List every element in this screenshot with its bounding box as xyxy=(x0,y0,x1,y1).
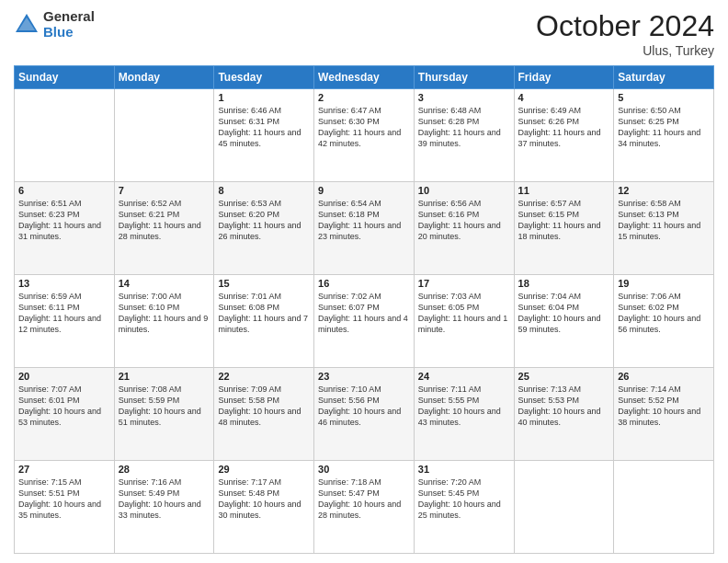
day-number: 20 xyxy=(18,371,110,382)
calendar-cell-4-5 xyxy=(514,461,614,554)
daylight-text: Daylight: 10 hours and 28 minutes. xyxy=(318,500,401,520)
daylight-text: Daylight: 10 hours and 53 minutes. xyxy=(18,407,101,427)
calendar-cell-3-2: 22 Sunrise: 7:09 AM Sunset: 5:58 PM Dayl… xyxy=(214,368,314,461)
cell-content: Sunrise: 7:04 AM Sunset: 6:04 PM Dayligh… xyxy=(518,291,610,336)
cell-content: Sunrise: 6:57 AM Sunset: 6:15 PM Dayligh… xyxy=(518,198,610,243)
sunrise-text: Sunrise: 7:09 AM xyxy=(218,385,281,394)
calendar-cell-0-1 xyxy=(114,89,214,182)
header: General Blue October 2024 Ulus, Turkey xyxy=(14,9,714,58)
day-number: 17 xyxy=(418,278,510,289)
day-number: 6 xyxy=(18,185,110,196)
cell-content: Sunrise: 7:20 AM Sunset: 5:45 PM Dayligh… xyxy=(418,477,510,522)
daylight-text: Daylight: 11 hours and 34 minutes. xyxy=(618,128,700,148)
daylight-text: Daylight: 10 hours and 40 minutes. xyxy=(518,407,601,427)
logo-general-text: General xyxy=(43,9,95,25)
sunrise-text: Sunrise: 7:06 AM xyxy=(618,292,681,301)
col-sunday: Sunday xyxy=(15,66,115,89)
calendar-cell-4-1: 28 Sunrise: 7:16 AM Sunset: 5:49 PM Dayl… xyxy=(114,461,214,554)
col-friday: Friday xyxy=(514,66,614,89)
sunset-text: Sunset: 6:30 PM xyxy=(318,117,380,126)
calendar-cell-2-5: 18 Sunrise: 7:04 AM Sunset: 6:04 PM Dayl… xyxy=(514,275,614,368)
calendar-cell-4-4: 31 Sunrise: 7:20 AM Sunset: 5:45 PM Dayl… xyxy=(414,461,514,554)
cell-content: Sunrise: 7:15 AM Sunset: 5:51 PM Dayligh… xyxy=(18,477,110,522)
day-number: 19 xyxy=(618,278,710,289)
sunrise-text: Sunrise: 7:01 AM xyxy=(218,292,281,301)
calendar-cell-4-3: 30 Sunrise: 7:18 AM Sunset: 5:47 PM Dayl… xyxy=(314,461,415,554)
day-number: 16 xyxy=(318,278,410,289)
calendar-cell-0-0 xyxy=(15,89,115,182)
daylight-text: Daylight: 11 hours and 37 minutes. xyxy=(518,128,601,148)
cell-content: Sunrise: 6:48 AM Sunset: 6:28 PM Dayligh… xyxy=(418,105,510,150)
logo: General Blue xyxy=(14,9,95,40)
sunrise-text: Sunrise: 7:13 AM xyxy=(518,385,582,394)
sunset-text: Sunset: 6:08 PM xyxy=(218,303,279,312)
day-number: 13 xyxy=(18,278,110,289)
sunset-text: Sunset: 5:49 PM xyxy=(119,488,180,498)
sunrise-text: Sunrise: 6:48 AM xyxy=(418,106,482,115)
sunset-text: Sunset: 5:55 PM xyxy=(418,396,480,405)
logo-icon xyxy=(14,12,40,38)
calendar-cell-4-0: 27 Sunrise: 7:15 AM Sunset: 5:51 PM Dayl… xyxy=(15,461,115,554)
daylight-text: Daylight: 10 hours and 35 minutes. xyxy=(18,500,101,520)
sunrise-text: Sunrise: 7:10 AM xyxy=(318,385,381,394)
calendar-cell-3-3: 23 Sunrise: 7:10 AM Sunset: 5:56 PM Dayl… xyxy=(314,368,415,461)
day-number: 18 xyxy=(518,278,610,289)
calendar-cell-1-5: 11 Sunrise: 6:57 AM Sunset: 6:15 PM Dayl… xyxy=(514,182,614,275)
calendar-cell-1-0: 6 Sunrise: 6:51 AM Sunset: 6:23 PM Dayli… xyxy=(15,182,115,275)
sunrise-text: Sunrise: 7:14 AM xyxy=(618,385,681,394)
cell-content: Sunrise: 6:54 AM Sunset: 6:18 PM Dayligh… xyxy=(318,198,410,243)
daylight-text: Daylight: 10 hours and 25 minutes. xyxy=(418,500,501,520)
sunrise-text: Sunrise: 6:51 AM xyxy=(18,199,82,208)
calendar-cell-3-4: 24 Sunrise: 7:11 AM Sunset: 5:55 PM Dayl… xyxy=(414,368,514,461)
sunrise-text: Sunrise: 7:11 AM xyxy=(418,385,482,394)
daylight-text: Daylight: 10 hours and 51 minutes. xyxy=(119,407,201,427)
daylight-text: Daylight: 11 hours and 20 minutes. xyxy=(418,221,501,241)
sunrise-text: Sunrise: 6:53 AM xyxy=(218,199,281,208)
calendar-header-row: Sunday Monday Tuesday Wednesday Thursday… xyxy=(15,66,714,89)
day-number: 25 xyxy=(518,371,610,382)
month-title: October 2024 xyxy=(536,9,714,43)
sunset-text: Sunset: 6:20 PM xyxy=(218,210,279,219)
sunrise-text: Sunrise: 7:00 AM xyxy=(119,292,182,301)
calendar-cell-0-6: 5 Sunrise: 6:50 AM Sunset: 6:25 PM Dayli… xyxy=(614,89,714,182)
calendar-cell-1-3: 9 Sunrise: 6:54 AM Sunset: 6:18 PM Dayli… xyxy=(314,182,415,275)
calendar-cell-2-4: 17 Sunrise: 7:03 AM Sunset: 6:05 PM Dayl… xyxy=(414,275,514,368)
daylight-text: Daylight: 11 hours and 7 minutes. xyxy=(218,314,308,334)
cell-content: Sunrise: 7:18 AM Sunset: 5:47 PM Dayligh… xyxy=(318,477,410,522)
title-block: October 2024 Ulus, Turkey xyxy=(536,9,714,58)
day-number: 9 xyxy=(318,185,410,196)
day-number: 12 xyxy=(618,185,710,196)
calendar-cell-4-2: 29 Sunrise: 7:17 AM Sunset: 5:48 PM Dayl… xyxy=(214,461,314,554)
sunset-text: Sunset: 5:48 PM xyxy=(218,488,279,498)
sunset-text: Sunset: 5:45 PM xyxy=(418,488,480,498)
day-number: 29 xyxy=(218,464,310,475)
cell-content: Sunrise: 6:49 AM Sunset: 6:26 PM Dayligh… xyxy=(518,105,610,150)
cell-content: Sunrise: 7:10 AM Sunset: 5:56 PM Dayligh… xyxy=(318,384,410,429)
calendar-cell-0-3: 2 Sunrise: 6:47 AM Sunset: 6:30 PM Dayli… xyxy=(314,89,415,182)
sunrise-text: Sunrise: 6:54 AM xyxy=(318,199,381,208)
sunset-text: Sunset: 6:15 PM xyxy=(518,210,580,219)
sunset-text: Sunset: 6:10 PM xyxy=(119,303,180,312)
sunrise-text: Sunrise: 7:03 AM xyxy=(418,292,482,301)
cell-content: Sunrise: 7:16 AM Sunset: 5:49 PM Dayligh… xyxy=(119,477,210,522)
day-number: 30 xyxy=(318,464,410,475)
cell-content: Sunrise: 6:56 AM Sunset: 6:16 PM Dayligh… xyxy=(418,198,510,243)
calendar-cell-1-4: 10 Sunrise: 6:56 AM Sunset: 6:16 PM Dayl… xyxy=(414,182,514,275)
sunrise-text: Sunrise: 7:15 AM xyxy=(18,477,82,487)
daylight-text: Daylight: 10 hours and 46 minutes. xyxy=(318,407,401,427)
calendar-cell-3-5: 25 Sunrise: 7:13 AM Sunset: 5:53 PM Dayl… xyxy=(514,368,614,461)
sunrise-text: Sunrise: 7:07 AM xyxy=(18,385,82,394)
cell-content: Sunrise: 6:46 AM Sunset: 6:31 PM Dayligh… xyxy=(218,105,310,150)
cell-content: Sunrise: 7:03 AM Sunset: 6:05 PM Dayligh… xyxy=(418,291,510,336)
cell-content: Sunrise: 7:01 AM Sunset: 6:08 PM Dayligh… xyxy=(218,291,310,336)
calendar: Sunday Monday Tuesday Wednesday Thursday… xyxy=(14,65,714,554)
cell-content: Sunrise: 7:11 AM Sunset: 5:55 PM Dayligh… xyxy=(418,384,510,429)
sunset-text: Sunset: 6:11 PM xyxy=(18,303,80,312)
week-row-1: 1 Sunrise: 6:46 AM Sunset: 6:31 PM Dayli… xyxy=(15,89,714,182)
sunset-text: Sunset: 6:21 PM xyxy=(119,210,180,219)
cell-content: Sunrise: 7:09 AM Sunset: 5:58 PM Dayligh… xyxy=(218,384,310,429)
sunrise-text: Sunrise: 6:47 AM xyxy=(318,106,381,115)
cell-content: Sunrise: 6:59 AM Sunset: 6:11 PM Dayligh… xyxy=(18,291,110,336)
sunset-text: Sunset: 6:25 PM xyxy=(618,117,679,126)
calendar-cell-2-2: 15 Sunrise: 7:01 AM Sunset: 6:08 PM Dayl… xyxy=(214,275,314,368)
